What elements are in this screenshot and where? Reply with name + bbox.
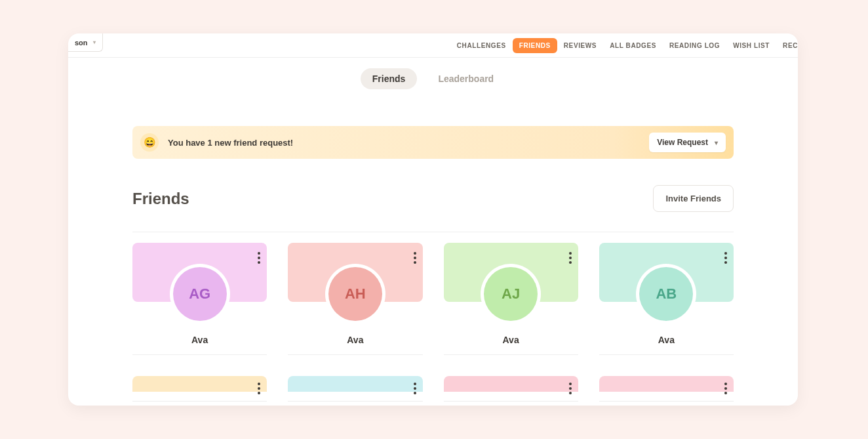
avatar-wrap: AH	[325, 264, 385, 324]
subtab-friends[interactable]: Friends	[361, 68, 418, 89]
smile-emoji-icon: 😄	[140, 133, 159, 152]
nav-rec[interactable]: REC	[776, 38, 798, 53]
nav-challenges[interactable]: CHALLENGES	[450, 38, 513, 53]
friend-name: Ava	[599, 335, 734, 345]
friend-card[interactable]	[599, 376, 734, 402]
friend-request-alert: 😄 You have 1 new friend request! View Re…	[132, 126, 734, 159]
friend-card[interactable]: AB Ava	[599, 243, 734, 355]
nav-reading-log[interactable]: READING LOG	[663, 38, 726, 53]
friend-card[interactable]: AH Ava	[288, 243, 422, 355]
profile-dropdown[interactable]: son ▾	[68, 33, 103, 52]
nav-reviews[interactable]: REVIEWS	[557, 38, 603, 53]
app-frame: son ▾ CHALLENGES FRIENDS REVIEWS ALL BAD…	[68, 33, 798, 406]
nav-friends[interactable]: FRIENDS	[513, 38, 557, 53]
friend-banner	[132, 376, 267, 392]
more-icon[interactable]	[258, 383, 260, 394]
subtab-leaderboard[interactable]: Leaderboard	[426, 68, 505, 89]
friend-card[interactable]	[288, 376, 422, 402]
friend-banner	[444, 376, 578, 392]
view-request-label: View Request	[657, 138, 708, 147]
more-icon[interactable]	[569, 252, 572, 264]
more-icon[interactable]	[414, 383, 416, 394]
avatar-wrap: AJ	[481, 264, 541, 324]
friend-banner	[288, 376, 422, 392]
friends-grid: AG Ava AH Ava AJ Ava	[132, 243, 734, 402]
top-bar: son ▾ CHALLENGES FRIENDS REVIEWS ALL BAD…	[68, 33, 798, 58]
more-icon[interactable]	[724, 252, 727, 264]
friend-card[interactable]: AG Ava	[132, 243, 267, 355]
avatar: AG	[173, 267, 227, 321]
more-icon[interactable]	[258, 252, 260, 264]
nav-tabs: CHALLENGES FRIENDS REVIEWS ALL BADGES RE…	[450, 33, 798, 58]
section-header: Friends Invite Friends	[132, 185, 734, 232]
more-icon[interactable]	[414, 252, 416, 264]
friend-card[interactable]: AJ Ava	[444, 243, 578, 355]
friend-banner	[599, 376, 734, 392]
chevron-down-icon: ▾	[715, 139, 718, 146]
sub-tabs: Friends Leaderboard	[68, 58, 798, 89]
avatar: AB	[639, 267, 693, 321]
nav-all-badges[interactable]: ALL BADGES	[603, 38, 663, 53]
friend-name: Ava	[444, 335, 578, 345]
avatar-wrap: AB	[636, 264, 696, 324]
avatar-wrap: AG	[170, 264, 230, 324]
invite-friends-button[interactable]: Invite Friends	[653, 185, 734, 212]
avatar: AJ	[484, 267, 538, 321]
profile-dropdown-label: son	[75, 39, 88, 47]
more-icon[interactable]	[724, 383, 727, 394]
section-title: Friends	[132, 190, 189, 208]
chevron-down-icon: ▾	[93, 39, 96, 45]
friend-name: Ava	[132, 335, 267, 345]
more-icon[interactable]	[569, 383, 572, 394]
friend-card[interactable]	[444, 376, 578, 402]
alert-message: You have 1 new friend request!	[168, 138, 293, 148]
friend-card[interactable]	[132, 376, 267, 402]
friend-name: Ava	[288, 335, 422, 345]
nav-wish-list[interactable]: WISH LIST	[726, 38, 776, 53]
content: 😄 You have 1 new friend request! View Re…	[68, 126, 798, 402]
avatar: AH	[328, 267, 382, 321]
view-request-button[interactable]: View Request ▾	[649, 133, 726, 152]
